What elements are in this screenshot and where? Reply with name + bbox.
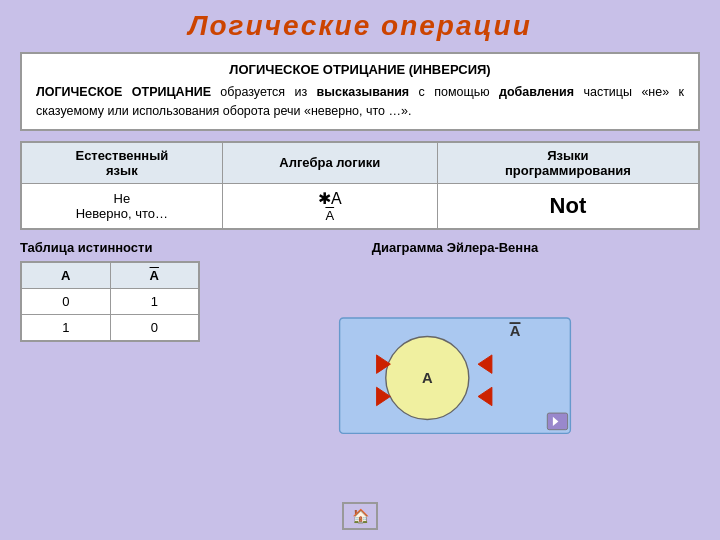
truth-table: A A 0 1 1 0 — [20, 261, 200, 342]
definition-box: ЛОГИЧЕСКОЕ ОТРИЦАНИЕ (ИНВЕРСИЯ) ЛОГИЧЕСК… — [20, 52, 700, 131]
euler-venn-svg: A A — [335, 313, 575, 443]
truth-table-section: Таблица истинности A A 0 1 1 0 — [20, 240, 200, 497]
truth-cell-abar-1: 1 — [110, 288, 199, 314]
diagram-area: A A — [210, 261, 700, 497]
truth-row-2: 1 0 — [21, 314, 199, 341]
negation-star-a: ✱A — [318, 190, 342, 207]
section-heading: ЛОГИЧЕСКОЕ ОТРИЦАНИЕ (ИНВЕРСИЯ) — [36, 62, 684, 77]
col-header-algebra: Алгебра логики — [222, 142, 437, 184]
truth-cell-a-0: 0 — [21, 288, 110, 314]
diagram-label-a: A — [422, 370, 433, 386]
home-button-row: 🏠 — [20, 502, 700, 530]
home-button[interactable]: 🏠 — [342, 502, 378, 530]
desc-part2: образуется из — [211, 85, 317, 99]
truth-col-a: A — [21, 262, 110, 289]
negation-a-bar: A — [325, 208, 334, 223]
home-icon: 🏠 — [352, 508, 369, 524]
col-header-programming: Языкипрограммирования — [437, 142, 699, 184]
cell-natural: НеНеверно, что… — [21, 183, 222, 229]
desc-part4: с помощью — [409, 85, 499, 99]
operations-table: Естественныйязык Алгебра логики Языкипро… — [20, 141, 700, 230]
not-text: Not — [550, 193, 587, 218]
truth-cell-a-1: 1 — [21, 314, 110, 341]
col-header-natural: Естественныйязык — [21, 142, 222, 184]
diagram-title: Диаграмма Эйлера-Венна — [210, 240, 700, 255]
description-text: ЛОГИЧЕСКОЕ ОТРИЦАНИЕ образуется из выска… — [36, 83, 684, 121]
truth-row-1: 0 1 — [21, 288, 199, 314]
diagram-section: Диаграмма Эйлера-Венна A A — [210, 240, 700, 497]
cell-algebra: ✱A A — [222, 183, 437, 229]
bottom-section: Таблица истинности A A 0 1 1 0 — [20, 240, 700, 497]
diagram-label-a-bar: A — [510, 324, 521, 340]
truth-cell-abar-0: 0 — [110, 314, 199, 341]
desc-part5: добавления — [499, 85, 574, 99]
table-row: НеНеверно, что… ✱A A Not — [21, 183, 699, 229]
cell-programming: Not — [437, 183, 699, 229]
truth-col-a-bar: A — [110, 262, 199, 289]
page-title: Логические операции — [20, 10, 700, 42]
truth-table-title: Таблица истинности — [20, 240, 200, 255]
desc-part1: ЛОГИЧЕСКОЕ ОТРИЦАНИЕ — [36, 85, 211, 99]
desc-part3: высказывания — [317, 85, 410, 99]
page: Логические операции ЛОГИЧЕСКОЕ ОТРИЦАНИЕ… — [0, 0, 720, 540]
